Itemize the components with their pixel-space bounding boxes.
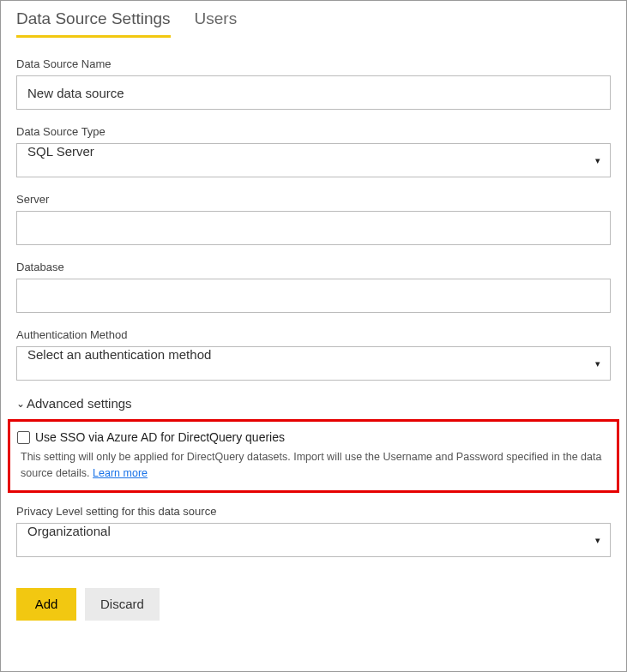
advanced-settings-toggle[interactable]: ⌄ Advanced settings — [16, 396, 611, 411]
label-privacy-level: Privacy Level setting for this data sour… — [16, 505, 611, 518]
field-data-source-name: Data Source Name — [16, 57, 611, 110]
label-data-source-name: Data Source Name — [16, 57, 611, 70]
input-data-source-name[interactable] — [16, 75, 611, 110]
select-data-source-type[interactable]: SQL Server — [16, 143, 611, 177]
label-data-source-type: Data Source Type — [16, 125, 611, 138]
field-privacy-level: Privacy Level setting for this data sour… — [16, 505, 611, 557]
discard-button[interactable]: Discard — [85, 588, 160, 621]
input-server[interactable] — [16, 211, 611, 245]
sso-checkbox-row: Use SSO via Azure AD for DirectQuery que… — [17, 430, 610, 444]
settings-form: Data Source Name Data Source Type SQL Se… — [1, 39, 626, 411]
label-authentication-method: Authentication Method — [16, 328, 611, 341]
add-button[interactable]: Add — [16, 588, 76, 621]
learn-more-link[interactable]: Learn more — [93, 467, 148, 479]
chevron-down-icon: ⌄ — [16, 398, 25, 410]
select-privacy-level[interactable]: Organizational — [16, 523, 611, 557]
sso-checkbox[interactable] — [17, 431, 30, 444]
sso-highlight-box: Use SSO via Azure AD for DirectQuery que… — [8, 419, 619, 493]
label-server: Server — [16, 193, 611, 206]
input-database[interactable] — [16, 279, 611, 313]
field-data-source-type: Data Source Type SQL Server ▾ — [16, 125, 611, 177]
advanced-settings-label: Advanced settings — [27, 396, 132, 411]
field-authentication-method: Authentication Method Select an authenti… — [16, 328, 611, 381]
tab-bar: Data Source Settings Users — [1, 1, 626, 39]
footer-buttons: Add Discard — [1, 573, 626, 621]
sso-checkbox-label: Use SSO via Azure AD for DirectQuery que… — [35, 430, 285, 444]
tab-users[interactable]: Users — [195, 9, 238, 38]
field-database: Database — [16, 261, 611, 313]
field-server: Server — [16, 193, 611, 245]
tab-data-source-settings[interactable]: Data Source Settings — [16, 9, 171, 38]
select-authentication-method[interactable]: Select an authentication method — [16, 346, 611, 381]
sso-helper-text: This setting will only be applied for Di… — [17, 449, 610, 482]
label-database: Database — [16, 261, 611, 273]
